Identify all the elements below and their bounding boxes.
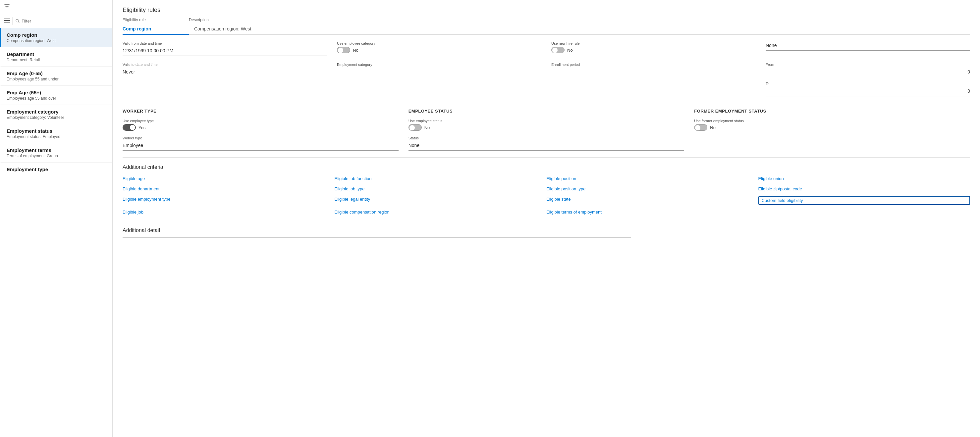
from-label: From	[766, 63, 970, 66]
criteria-link-eligible-job-type[interactable]: Eligible job type	[335, 186, 547, 192]
criteria-grid: Eligible age Eligible job function Eligi…	[123, 176, 970, 215]
criteria-link-custom-field-eligibility[interactable]: Custom field eligibility	[758, 196, 970, 205]
form-grid-row1: Valid from date and time 12/31/1999 10:0…	[123, 41, 970, 56]
sidebar-item-subtitle: Employment status: Employed	[6, 135, 107, 139]
use-employee-type-toggle[interactable]	[123, 124, 136, 131]
use-former-employment-status-toggle-row: No	[694, 124, 970, 131]
former-employment-status-col: FORMER EMPLOYMENT STATUS Use former empl…	[694, 109, 970, 150]
valid-to-label: Valid to date and time	[123, 63, 327, 66]
use-former-employment-status-label: Use former employment status	[694, 119, 970, 123]
svg-line-4	[18, 22, 19, 23]
status-field: Status None	[409, 136, 684, 150]
criteria-empty	[758, 209, 970, 215]
criteria-link-eligible-compensation-region[interactable]: Eligible compensation region	[335, 209, 547, 215]
detail-divider	[123, 238, 631, 238]
employee-status-col: EMPLOYEE STATUS Use employee status No S…	[409, 109, 684, 150]
filter-icon[interactable]	[4, 3, 10, 11]
sidebar-item-title: Comp region	[6, 32, 107, 38]
use-new-hire-rule-field: Use new hire rule No	[551, 41, 756, 56]
tab-col-desc: Description Compensation region: West	[189, 17, 257, 34]
worker-type-label: Worker type	[123, 136, 399, 140]
criteria-link-eligible-terms-of-employment[interactable]: Eligible terms of employment	[546, 209, 758, 215]
criteria-link-eligible-legal-entity[interactable]: Eligible legal entity	[335, 196, 547, 205]
sidebar: Comp region Compensation region: West De…	[0, 0, 113, 437]
criteria-link-eligible-job-function[interactable]: Eligible job function	[335, 176, 547, 182]
use-former-employment-status-field: Use former employment status No	[694, 119, 970, 131]
sidebar-item-title: Employment status	[6, 128, 107, 134]
tab-description: Compensation region: West	[189, 24, 257, 34]
additional-detail-title: Additional detail	[123, 228, 970, 233]
from-to-field: From 0 To 0	[766, 63, 970, 97]
former-employment-status-header: FORMER EMPLOYMENT STATUS	[694, 109, 970, 114]
use-former-employment-status-text: No	[710, 125, 716, 130]
sidebar-item-department[interactable]: Department Department: Retail	[0, 48, 112, 66]
worker-type-col: WORKER TYPE Use employee type Yes Worker…	[123, 109, 399, 150]
worker-type-field: Worker type Employee	[123, 136, 399, 150]
valid-from-field: Valid from date and time 12/31/1999 10:0…	[123, 41, 327, 56]
sidebar-item-title: Employment category	[6, 109, 107, 114]
additional-criteria-title: Additional criteria	[123, 164, 970, 170]
use-employee-status-toggle[interactable]	[409, 124, 422, 131]
to-label: To	[766, 82, 970, 86]
use-employee-type-text: Yes	[138, 125, 145, 130]
sidebar-item-employment-status[interactable]: Employment status Employment status: Emp…	[0, 124, 112, 143]
sidebar-header	[0, 0, 112, 14]
tab-comp-region[interactable]: Comp region	[123, 24, 189, 35]
status-value[interactable]: None	[409, 141, 684, 150]
enrollment-period-label: Enrollment period	[551, 63, 756, 66]
from-value[interactable]: 0	[766, 68, 970, 77]
sidebar-item-employment-type[interactable]: Employment type	[0, 163, 112, 177]
sidebar-item-comp-region[interactable]: Comp region Compensation region: West	[0, 28, 112, 48]
tab-header: Eligibility rule Comp region Description…	[123, 17, 970, 35]
criteria-link-eligible-state[interactable]: Eligible state	[546, 196, 758, 205]
sidebar-item-employment-terms[interactable]: Employment terms Terms of employment: Gr…	[0, 143, 112, 163]
svg-rect-1	[4, 20, 10, 21]
use-former-employment-status-toggle[interactable]	[694, 124, 707, 131]
criteria-link-eligible-age[interactable]: Eligible age	[123, 176, 335, 182]
sidebar-item-subtitle: Department: Retail	[6, 58, 107, 62]
sidebar-item-employment-category[interactable]: Employment category Employment category:…	[0, 105, 112, 124]
tab-col-rule-label: Eligibility rule	[123, 17, 189, 22]
valid-from-label: Valid from date and time	[123, 41, 327, 45]
sidebar-item-title: Employment terms	[6, 147, 107, 153]
criteria-link-eligible-union[interactable]: Eligible union	[758, 176, 970, 182]
use-employee-category-toggle[interactable]	[337, 47, 350, 53]
sidebar-item-subtitle: Compensation region: West	[6, 38, 107, 43]
sidebar-item-subtitle: Employees age 55 and under	[6, 77, 107, 81]
use-new-hire-rule-toggle[interactable]	[551, 47, 565, 53]
use-employee-category-label: Use employee category	[337, 41, 541, 45]
enrollment-period-value[interactable]	[551, 68, 756, 77]
criteria-link-eligible-position-type[interactable]: Eligible position type	[546, 186, 758, 192]
status-section: WORKER TYPE Use employee type Yes Worker…	[123, 109, 970, 150]
page-title: Eligibility rules	[123, 6, 970, 14]
valid-to-value[interactable]: Never	[123, 68, 327, 77]
worker-type-value[interactable]: Employee	[123, 141, 399, 150]
form-grid-row2: Valid to date and time Never Employment …	[123, 63, 970, 97]
criteria-link-eligible-employment-type[interactable]: Eligible employment type	[123, 196, 335, 205]
svg-rect-0	[4, 19, 10, 19]
sidebar-list: Comp region Compensation region: West De…	[0, 28, 112, 437]
use-employee-status-label: Use employee status	[409, 119, 684, 123]
use-employee-type-label: Use employee type	[123, 119, 399, 123]
sidebar-item-subtitle: Terms of employment: Group	[6, 154, 107, 158]
criteria-link-eligible-department[interactable]: Eligible department	[123, 186, 335, 192]
search-box[interactable]	[13, 17, 108, 25]
sidebar-item-emp-age-55-plus[interactable]: Emp Age (55+) Employees age 55 and over	[0, 86, 112, 105]
hamburger-icon[interactable]	[4, 17, 10, 24]
tab-col-desc-label: Description	[189, 17, 257, 22]
criteria-link-eligible-position[interactable]: Eligible position	[546, 176, 758, 182]
to-value[interactable]: 0	[766, 87, 970, 97]
sidebar-item-subtitle: Employees age 55 and over	[6, 96, 107, 101]
sidebar-item-emp-age-0-55[interactable]: Emp Age (0-55) Employees age 55 and unde…	[0, 66, 112, 86]
sidebar-item-title: Department	[6, 51, 107, 57]
none-value: None	[766, 41, 970, 51]
use-employee-type-toggle-row: Yes	[123, 124, 399, 131]
additional-criteria-section: Additional criteria Eligible age Eligibl…	[123, 157, 970, 215]
criteria-link-eligible-zip[interactable]: Eligible zip/postal code	[758, 186, 970, 192]
status-label: Status	[409, 136, 684, 140]
valid-from-value[interactable]: 12/31/1999 10:00:00 PM	[123, 47, 327, 56]
criteria-link-eligible-job[interactable]: Eligible job	[123, 209, 335, 215]
employment-category-value[interactable]	[337, 68, 541, 77]
filter-input[interactable]	[22, 19, 105, 24]
use-employee-status-field: Use employee status No	[409, 119, 684, 131]
